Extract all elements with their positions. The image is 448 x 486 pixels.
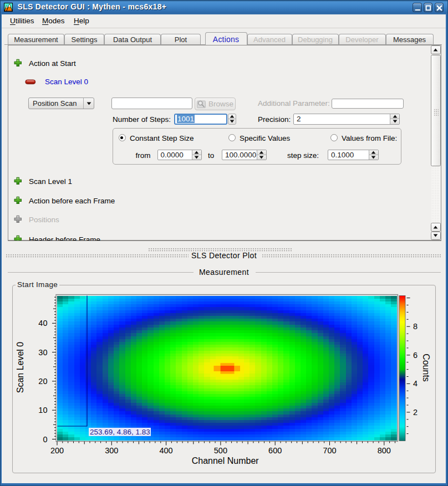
- svg-text:400: 400: [159, 446, 172, 455]
- svg-text:500: 500: [213, 446, 227, 455]
- svg-text:40: 40: [38, 319, 47, 328]
- svg-text:Counts: Counts: [421, 354, 431, 382]
- svg-text:800: 800: [377, 446, 390, 455]
- svg-text:253.69, 4.86, 1.83: 253.69, 4.86, 1.83: [90, 428, 150, 436]
- svg-text:600: 600: [268, 446, 282, 455]
- svg-text:200: 200: [50, 446, 63, 455]
- svg-text:700: 700: [323, 446, 336, 455]
- svg-text:4: 4: [413, 379, 418, 388]
- svg-text:20: 20: [38, 377, 47, 386]
- svg-text:Channel Number: Channel Number: [191, 456, 259, 465]
- svg-text:0: 0: [43, 435, 47, 444]
- svg-text:300: 300: [105, 446, 118, 455]
- svg-text:10: 10: [38, 406, 47, 415]
- svg-text:30: 30: [38, 348, 47, 357]
- svg-text:8: 8: [413, 322, 418, 331]
- svg-text:Scan Level 0: Scan Level 0: [15, 342, 24, 393]
- svg-text:6: 6: [413, 351, 418, 360]
- svg-text:2: 2: [413, 408, 418, 417]
